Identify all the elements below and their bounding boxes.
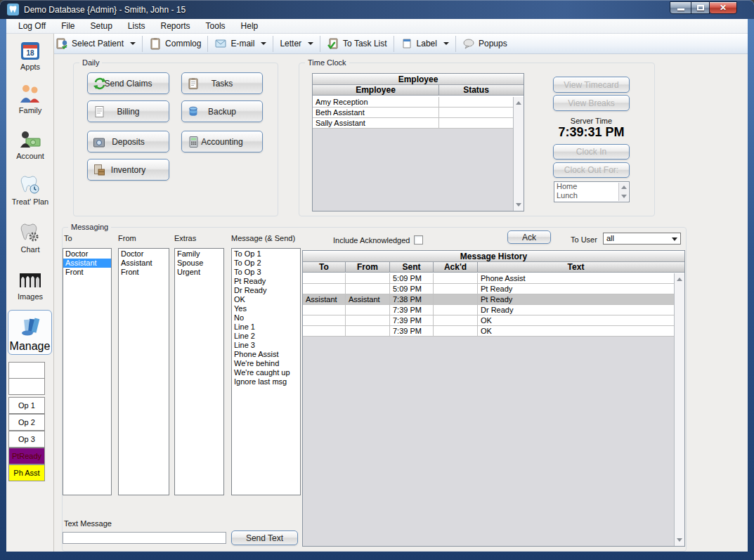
sidebar-item-images[interactable]: Images [6,269,54,301]
column-header-sent[interactable]: Sent [390,262,434,272]
list-item-selected[interactable]: Assistant [63,259,111,268]
op-cell-op3[interactable]: Op 3 [8,431,45,448]
message-row[interactable]: 7:39 PM Dr Ready [303,305,674,315]
send-text-button[interactable]: Send Text [231,530,298,545]
close-button[interactable] [709,1,737,14]
message-row[interactable]: 7:39 PM OK [303,326,674,337]
list-item[interactable]: Line 2 [232,332,300,341]
list-item[interactable]: Urgent [175,268,223,277]
accounting-button[interactable]: Accounting [181,131,263,152]
op-cell-blank[interactable] [8,378,45,395]
list-item[interactable]: We're caught up [232,368,300,377]
inventory-button[interactable]: Inventory [87,159,169,181]
scroll-down-icon[interactable] [677,538,682,542]
sidebar-item-appts[interactable]: 18 Appts [6,39,54,71]
menu-tools[interactable]: Tools [198,19,233,34]
list-item[interactable]: OK [232,295,300,304]
clock-in-button[interactable]: Clock In [553,144,630,159]
break-list-scrollbar[interactable] [618,183,628,201]
list-item[interactable]: No [232,313,300,323]
message-send-list[interactable]: To Op 1 To Op 2 To Op 3 Pt Ready Dr Read… [231,248,301,495]
scroll-down-icon[interactable] [516,203,521,207]
popups-button[interactable]: Popups [457,36,512,52]
text-message-input[interactable] [63,532,226,544]
menu-help[interactable]: Help [233,19,266,34]
column-header-text[interactable]: Text [478,262,674,272]
send-claims-button[interactable]: Send Claims [87,72,169,94]
to-user-dropdown[interactable]: all [603,233,681,245]
list-item[interactable]: Doctor [119,249,169,259]
employee-row[interactable]: Sally Assistant [313,118,513,129]
to-list[interactable]: Doctor Assistant Front [63,248,112,495]
scroll-up-icon[interactable] [621,185,627,189]
column-header-from[interactable]: From [346,262,390,272]
deposits-button[interactable]: Deposits [87,131,169,152]
sidebar-item-treat-plan[interactable]: Treat' Plan [6,174,54,206]
op-cell-op1[interactable]: Op 1 [8,397,45,414]
extras-list[interactable]: Family Spouse Urgent [174,248,224,495]
list-item[interactable]: Spouse [175,259,223,268]
menu-setup[interactable]: Setup [82,19,119,34]
view-timecard-button[interactable]: View Timecard [553,77,630,93]
list-item[interactable]: Family [175,249,223,259]
employee-row[interactable]: Amy Reception [313,97,513,108]
employee-table-scrollbar[interactable] [513,97,524,211]
ack-button[interactable]: Ack [507,230,551,244]
sidebar-item-family[interactable]: Family [6,83,54,115]
op-cell-ph-asst[interactable]: Ph Asst [8,464,45,481]
list-item[interactable]: We're behind [232,359,300,368]
email-dropdown-icon[interactable] [261,42,266,45]
op-cell-op2[interactable]: Op 2 [8,414,45,431]
list-item[interactable]: To Op 3 [232,268,300,277]
employee-row[interactable]: Beth Assistant [313,108,513,118]
message-history-scrollbar[interactable] [674,273,684,546]
list-item[interactable]: Dr Ready [232,286,300,295]
minimize-button[interactable] [670,1,691,14]
title-bar[interactable]: Demo Database {Admin} - Smith, John - 15 [0,0,754,19]
letter-dropdown-icon[interactable] [308,42,313,45]
column-header-to[interactable]: To [303,262,346,272]
op-cell-ptready[interactable]: PtReady [8,448,45,464]
menu-reports[interactable]: Reports [153,19,198,34]
select-patient-button[interactable]: Select Patient [51,36,141,52]
list-item[interactable]: Line 1 [232,323,300,332]
scroll-up-icon[interactable] [677,278,682,281]
break-type-list[interactable]: Home Lunch [554,181,630,202]
list-item[interactable]: Phone Assist [232,350,300,359]
list-item[interactable]: Front [119,268,169,277]
list-item[interactable]: Front [63,268,111,277]
billing-button[interactable]: Billing [87,100,169,122]
email-button[interactable]: E-mail [209,36,271,52]
menu-log-off[interactable]: Log Off [11,19,53,34]
list-item[interactable]: To Op 1 [232,249,300,259]
menu-lists[interactable]: Lists [120,19,153,34]
clock-out-for-button[interactable]: Clock Out For: [553,162,630,178]
label-dropdown-icon[interactable] [443,42,449,45]
column-header-ackd[interactable]: Ack'd [434,262,478,272]
menu-file[interactable]: File [53,19,82,34]
from-list[interactable]: Doctor Assistant Front [118,248,169,495]
message-row[interactable]: 7:39 PM OK [303,315,674,326]
tasks-button[interactable]: Tasks [181,72,263,94]
include-acknowledged-checkbox[interactable] [414,235,423,245]
select-patient-dropdown-icon[interactable] [130,42,136,45]
list-item[interactable]: Pt Ready [232,277,300,286]
column-header-status[interactable]: Status [439,85,513,95]
maximize-button[interactable] [691,1,710,14]
sidebar-item-chart[interactable]: Chart [6,222,54,254]
list-item[interactable]: Ignore last msg [232,377,300,386]
op-cell-blank[interactable] [8,362,45,379]
list-item[interactable]: Doctor [63,249,111,259]
message-row[interactable]: 5:09 PM Phone Assist [303,273,674,284]
to-task-list-button[interactable]: To Task List [322,36,391,52]
list-item[interactable]: To Op 2 [232,259,300,268]
commlog-button[interactable]: Commlog [144,36,206,52]
view-breaks-button[interactable]: View Breaks [553,95,630,111]
backup-button[interactable]: Backup [181,100,263,122]
scroll-down-icon[interactable] [621,195,627,198]
list-item[interactable]: Yes [232,304,300,313]
list-item[interactable]: Line 3 [232,341,300,350]
sidebar-item-manage[interactable]: Manage [8,310,52,355]
message-row-selected[interactable]: Assistant Assistant 7:38 PM Pt Ready [303,294,674,305]
letter-button[interactable]: Letter [275,36,318,52]
